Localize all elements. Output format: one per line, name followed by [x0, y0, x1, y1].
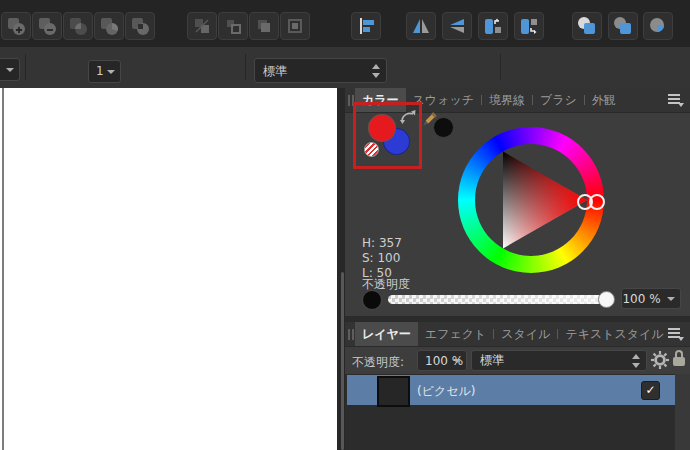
geometry-add-button[interactable]: [572, 12, 602, 40]
opacity-value-box[interactable]: 100 %: [621, 288, 662, 309]
hue-value: H: 357: [362, 236, 402, 251]
boolean-subtract-icon: [37, 16, 57, 36]
boolean-intersect-button[interactable]: [63, 12, 93, 40]
layer-blend-mode-select[interactable]: 標準: [471, 350, 647, 371]
tab-text-styles[interactable]: テキストスタイル: [558, 322, 670, 346]
main-toolbar: [0, 0, 690, 48]
rotate-cw-icon: [519, 16, 539, 36]
tab-appearance[interactable]: 外観: [585, 88, 623, 112]
geometry-intersect-button[interactable]: [643, 12, 673, 40]
boolean-combine-button[interactable]: [125, 12, 155, 40]
context-toolbar: 対称 1 ミラー ロック 標準 アルファの保護 »: [0, 47, 690, 89]
symmetry-count-dropdown[interactable]: 1: [88, 60, 121, 83]
tab-stroke[interactable]: 境界線: [482, 88, 532, 112]
boolean-add-button[interactable]: [1, 12, 31, 40]
rotate-ccw-icon: [483, 16, 503, 36]
geometry-intersect-icon: [648, 16, 668, 36]
tab-brush[interactable]: ブラシ: [533, 88, 584, 112]
divider: [500, 54, 501, 80]
layer-opacity-dropdown[interactable]: 100 %: [417, 350, 467, 371]
tab-styles[interactable]: スタイル: [494, 322, 557, 346]
opacity-slider-knob[interactable]: [598, 291, 615, 308]
saturation-value: S: 100: [362, 251, 400, 266]
arrange-move-front-button[interactable]: [280, 12, 310, 40]
opacity-dropdown-button[interactable]: [661, 288, 681, 309]
arrange-move-back-icon: [223, 16, 243, 36]
flip-horizontal-button[interactable]: [406, 12, 436, 40]
geometry-add-icon: [577, 16, 597, 36]
layer-settings-gear-icon[interactable]: [650, 350, 670, 370]
flip-vertical-icon: [447, 16, 467, 36]
arrange-move-back-button[interactable]: [218, 12, 248, 40]
opacity-slider[interactable]: [388, 295, 612, 304]
layer-name: (ピクセル): [417, 383, 476, 400]
chevron-down-icon: [453, 359, 461, 363]
boolean-add-icon: [6, 16, 26, 36]
boolean-subtract-button[interactable]: [32, 12, 62, 40]
recent-color-swatch[interactable]: [433, 117, 454, 138]
flip-vertical-button[interactable]: [442, 12, 472, 40]
panel-scrollbar[interactable]: [341, 272, 344, 450]
geometry-subtract-button[interactable]: [608, 12, 638, 40]
document-canvas[interactable]: [0, 88, 337, 450]
rotate-ccw-button[interactable]: [478, 12, 508, 40]
layer-row[interactable]: (ピクセル) ✓: [347, 375, 675, 405]
blend-mode-value: 標準: [263, 63, 287, 80]
arrange-swap-button[interactable]: [187, 12, 217, 40]
geometry-subtract-icon: [613, 16, 633, 36]
align-left-icon: [356, 16, 376, 36]
boolean-divide-icon: [99, 16, 119, 36]
boolean-intersect-icon: [68, 16, 88, 36]
panel-grip-icon[interactable]: [348, 329, 355, 340]
layer-lock-icon[interactable]: [672, 349, 686, 369]
rotate-cw-button[interactable]: [514, 12, 544, 40]
boolean-combine-icon: [130, 16, 150, 36]
chevron-down-icon: [667, 297, 675, 301]
divider: [25, 54, 26, 80]
tools-panel-edge: [2, 88, 4, 450]
arrange-move-forward-button[interactable]: [249, 12, 279, 40]
noise-toggle-dot[interactable]: [362, 290, 382, 310]
edge-dropdown[interactable]: [0, 58, 20, 81]
layers-panel-tabbar: レイヤー エフェクト スタイル テキストスタイル: [345, 322, 690, 347]
panel-menu-icon[interactable]: [668, 328, 684, 341]
opacity-value: 100 %: [622, 292, 660, 306]
arrange-move-front-icon: [285, 16, 305, 36]
chevron-down-icon: [6, 68, 14, 72]
chevron-down-icon: [107, 70, 115, 74]
flip-horizontal-icon: [411, 16, 431, 36]
layers-scrollbar-track[interactable]: [675, 374, 690, 450]
alignment-button[interactable]: [351, 12, 381, 40]
blend-mode-select[interactable]: 標準: [254, 58, 387, 83]
annotation-highlight-box: [353, 102, 422, 169]
tab-effects[interactable]: エフェクト: [418, 322, 493, 346]
layer-blend-mode-value: 標準: [480, 352, 504, 369]
layer-thumbnail[interactable]: [377, 376, 410, 407]
layer-visibility-checkbox[interactable]: ✓: [641, 381, 660, 400]
hue-cursor[interactable]: [589, 194, 605, 210]
arrange-move-forward-icon: [254, 16, 274, 36]
tab-layers[interactable]: レイヤー: [355, 322, 418, 346]
arrange-swap-icon: [192, 16, 212, 36]
divider: [245, 54, 246, 80]
stepper-icon: [632, 354, 640, 368]
layer-opacity-label: 不透明度:: [352, 354, 404, 371]
panel-menu-icon[interactable]: [668, 94, 684, 107]
stepper-icon: [372, 64, 380, 78]
symmetry-count-value: 1: [96, 64, 104, 78]
boolean-divide-button[interactable]: [94, 12, 124, 40]
affinity-photo-window: 対称 1 ミラー ロック 標準 アルファの保護 » カラー スウォッチ 境: [0, 0, 690, 450]
